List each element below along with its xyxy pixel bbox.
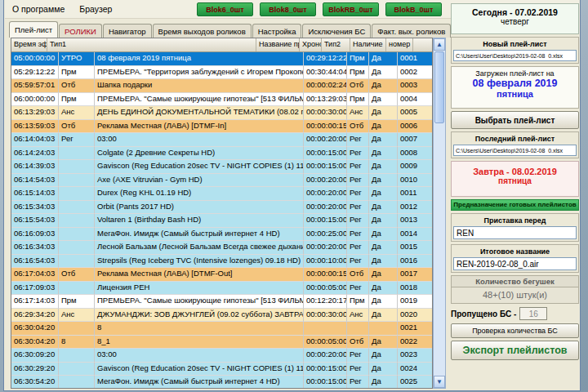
- cell-avail: Да: [369, 295, 398, 309]
- table-row[interactable]: 06:14:04:03 Рег 03:00 00:00:20:00 Рег Да…: [11, 133, 432, 147]
- table-row[interactable]: 06:15:14:03 Durex (Reg KHL 01.19 HD) 00:…: [11, 187, 432, 201]
- final-name-input[interactable]: [453, 257, 577, 270]
- menu-item[interactable]: О программе: [5, 1, 72, 17]
- cell-time: 06:30:29:20: [11, 363, 59, 376]
- table-row[interactable]: 06:16:34:03 Лесной Бальзам (Лесной Бальз…: [11, 241, 432, 255]
- export-playlists-button[interactable]: Экспорт плейлистов: [451, 341, 579, 360]
- vertical-scrollbar[interactable]: ▲ ▼: [433, 38, 446, 389]
- cell-time: 05:00:00:00: [11, 52, 59, 66]
- cell-chrono: 00:00:20:00: [304, 187, 347, 201]
- block-button[interactable]: BlokRB_0шт: [323, 2, 379, 16]
- check-bs-count-button[interactable]: Проверка количества БС: [451, 323, 579, 338]
- cell-chrono: 00:00:15:00: [304, 376, 347, 389]
- scroll-down-icon[interactable]: ▼: [434, 376, 445, 388]
- column-header: Название программы: [256, 38, 300, 51]
- choose-playlist-button[interactable]: Выбрать плей-лист: [451, 111, 579, 129]
- table-row[interactable]: 06:13:59:03 Отб Реклама Местная (ЛАВА) […: [11, 120, 432, 134]
- final-name-group: Итоговое название: [451, 244, 579, 273]
- missed-bs-input[interactable]: [519, 307, 547, 320]
- scrollbar-thumb[interactable]: [434, 51, 444, 123]
- cell-time: 06:00:00:00: [11, 93, 59, 107]
- table-row[interactable]: 06:30:54:20 МегаФон. Имидж (Самый быстры…: [11, 376, 432, 389]
- cell-num: 0011: [398, 187, 433, 201]
- table-row[interactable]: 06:14:24:03 Colgate (2 Древние Секреты H…: [11, 147, 432, 161]
- tomorrow-date: Завтра - 08.02.2019: [452, 167, 578, 176]
- table-row[interactable]: 06:16:54:03 Strepsils (Reg Iceberg TVC (…: [11, 255, 432, 269]
- cell-type1: [59, 363, 95, 376]
- table-row[interactable]: 06:30:04:20 8 0021: [11, 322, 432, 336]
- table-row[interactable]: 06:15:54:03 Voltaren 1 (Birthday Bash HD…: [11, 214, 432, 228]
- table-row[interactable]: 05:59:57:01 Отб Шапка подарки 00:00:02:2…: [11, 79, 432, 93]
- new-playlist-path-input[interactable]: [453, 50, 577, 61]
- last-playlist-path-input[interactable]: [453, 145, 577, 156]
- block-button[interactable]: BlokB_0шт: [385, 2, 442, 16]
- table-row[interactable]: 06:15:34:03 Orbit (Pants 2017 HD) 00:00:…: [11, 201, 432, 215]
- table-row[interactable]: 06:17:09:03 Лицензия РЕН 00:00:05:00 Рег…: [11, 282, 432, 296]
- cell-type2: Прм: [347, 93, 369, 107]
- table-row[interactable]: 06:16:09:03 МегаФон. Имидж (Самый быстры…: [11, 228, 432, 242]
- loaded-playlist-text: Загружен плей-лист на: [452, 69, 578, 78]
- cell-num: 0009: [398, 160, 433, 174]
- tab[interactable]: Навигатор: [103, 24, 152, 38]
- tab[interactable]: РОЛИКИ: [59, 24, 102, 38]
- table-row[interactable]: 06:13:29:03 Анс ДЕНЬ ЕДИНОЙ ДОКУМЕНТАЛЬН…: [11, 106, 432, 120]
- cell-title: Gaviscon (Reg Education 20sec TV - NIGHT…: [95, 363, 304, 376]
- menu-item[interactable]: Браузер: [72, 1, 119, 17]
- cell-time: 05:29:12:22: [11, 66, 59, 80]
- table-row[interactable]: 06:29:34:20 Анс ДЖУМАНДЖИ: ЗОВ ДЖУНГЛЕЙ …: [11, 309, 432, 323]
- table-row[interactable]: 05:29:12:22 Прм ПРЕМЬЕРА. "Территория за…: [11, 66, 432, 80]
- cell-chrono: 00:00:30:00: [304, 309, 347, 323]
- cell-type1: [59, 187, 95, 201]
- cell-chrono: 00:13:29:03: [304, 93, 347, 107]
- cell-time: 06:13:59:03: [11, 120, 59, 134]
- cell-time: 06:29:34:20: [11, 309, 59, 323]
- cell-type1: Рег: [59, 133, 95, 147]
- cell-type1: [59, 228, 95, 242]
- tomorrow-panel: Завтра - 08.02.2019 пятница: [451, 161, 579, 197]
- table-row[interactable]: 05:00:00:00 УТРО 08 февраля 2019 пятница…: [11, 52, 432, 66]
- cell-avail: Да: [369, 93, 398, 107]
- block-button[interactable]: Blok6_0шт: [197, 2, 253, 16]
- cell-chrono: [304, 322, 347, 336]
- table-row[interactable]: 06:30:09:20 03:00 00:00:20:00 Рег Да 002…: [11, 349, 432, 363]
- final-name-label: Итоговое название: [453, 247, 577, 256]
- cell-type1: [59, 282, 95, 296]
- cell-num: 0022: [398, 336, 433, 350]
- cell-avail: Да: [369, 79, 398, 93]
- cell-type1: Прм: [59, 66, 95, 80]
- tab[interactable]: Время выходов роликов: [153, 24, 252, 38]
- table-row[interactable]: 06:30:04:20 8 8_1 00:00:05:00 Отб Да 002…: [11, 336, 432, 350]
- table-row[interactable]: 06:17:04:03 Отб Реклама Местная (ЛАВА) […: [11, 268, 432, 282]
- table-row[interactable]: 06:17:14:03 Прм ПРЕМЬЕРА. "Самые шокирую…: [11, 295, 432, 309]
- table-row[interactable]: 06:14:39:03 Gaviscon (Reg Education 20se…: [11, 160, 432, 174]
- cell-avail: Да: [369, 201, 398, 215]
- cell-time: 06:16:09:03: [11, 228, 59, 242]
- cell-time: 06:14:39:03: [11, 160, 59, 174]
- table-row[interactable]: 06:14:54:03 Axe (AXE Vitruvian - Gym HD)…: [11, 174, 432, 188]
- column-header: Тип2: [322, 38, 350, 51]
- last-playlist-label: Последний плей-лист: [453, 135, 577, 143]
- tab[interactable]: Плей-лист: [9, 21, 58, 38]
- prefix-input[interactable]: [453, 226, 577, 239]
- cell-avail: Да: [369, 228, 398, 242]
- tab[interactable]: Факт. вых. роликов: [372, 24, 451, 38]
- cell-num: 0003: [398, 79, 433, 93]
- cell-time: 06:17:14:03: [11, 295, 59, 309]
- block-button[interactable]: Blok8_0шт: [260, 2, 316, 16]
- cell-title: МегаФон. Имидж (Самый быстрый интернет 4…: [95, 376, 304, 389]
- cell-title: ПРЕМЬЕРА. "Территория заблуждений с Игор…: [95, 66, 304, 80]
- tab[interactable]: Исключения БС: [302, 24, 371, 38]
- cell-type2: Рег: [347, 201, 369, 215]
- today-date: Сегодня - 07.02.2019: [452, 7, 578, 17]
- cell-type2: [347, 322, 369, 336]
- cell-time: 06:16:34:03: [11, 241, 59, 255]
- scroll-up-icon[interactable]: ▲: [434, 38, 445, 51]
- cell-chrono: 00:00:20:00: [304, 133, 347, 147]
- cell-type1: [59, 201, 95, 215]
- tab[interactable]: Настройка: [252, 24, 302, 38]
- cell-num: 0002: [398, 66, 433, 80]
- ticker-count-label: Количество бегушек: [451, 275, 579, 287]
- table-row[interactable]: 06:00:00:00 Прм ПРЕМЬЕРА. "Самые шокирую…: [11, 93, 432, 107]
- table-row[interactable]: 06:30:29:20 Gaviscon (Reg Education 20se…: [11, 363, 432, 376]
- cell-title: Реклама Местная (ЛАВА) [DTMF-In]: [95, 120, 304, 134]
